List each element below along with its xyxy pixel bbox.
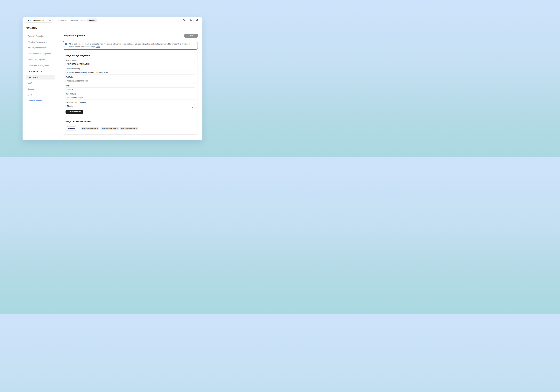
whitelist-tag: http://example.com — [120, 127, 139, 130]
bucket-name-label: Bucket Name — [66, 93, 195, 95]
secret-access-key-input[interactable] — [66, 70, 195, 74]
info-banner: When collecting feedback in Image format… — [63, 41, 198, 50]
main-nav: Dashboard Feedback Issue Settings — [57, 19, 97, 22]
chevron-up-icon — [29, 70, 30, 72]
bucket-name-field: Bucket Name — [66, 93, 195, 100]
panel-header: Image Management Save — [63, 34, 198, 38]
sidebar-channel-survey[interactable]: Survey — [26, 87, 55, 91]
whitelist-tag-label: http://example.com — [102, 128, 116, 129]
access-key-id-label: Access Key ID — [66, 59, 195, 61]
whitelist-button[interactable]: Whitelist — [66, 126, 77, 131]
whitelist-divider — [79, 125, 79, 131]
translate-icon — [190, 19, 192, 22]
user-icon — [196, 19, 198, 22]
nav-tab-dashboard[interactable]: Dashboard — [57, 19, 69, 22]
secret-access-key-label: Secret Access Key — [66, 68, 195, 70]
remove-tag-icon[interactable] — [136, 128, 137, 129]
region-label: Region — [66, 85, 195, 87]
sidebar-channel-app-review[interactable]: App Review — [26, 75, 55, 80]
navbar-actions — [183, 19, 199, 22]
project-selector[interactable]: ABC User Feedback — [26, 18, 52, 22]
end-point-field: End Point — [66, 76, 195, 83]
storage-section-title: Image Storage Integration — [66, 54, 195, 57]
test-connection-button[interactable]: Test Connection — [66, 110, 83, 114]
info-icon — [65, 43, 67, 48]
whitelist-tag: http://example.com — [81, 127, 100, 130]
remove-tag-icon[interactable] — [117, 128, 118, 129]
region-input[interactable] — [66, 87, 195, 91]
sidebar-channel-etc[interactable]: ETC — [26, 92, 55, 97]
whitelist-tag: http://example.com — [100, 127, 119, 130]
storage-integration-section: Image Storage Integration Access Key ID … — [63, 52, 198, 116]
presigned-url-download-label: Presigned URL Download — [66, 101, 195, 103]
nav-tab-issue[interactable]: Issue — [80, 19, 87, 22]
end-point-input[interactable] — [66, 79, 195, 83]
image-management-panel: Image Management Save When collecting fe… — [60, 31, 200, 138]
project-selector-value: ABC User Feedback — [28, 19, 44, 21]
top-navbar: ABC User Feedback Dashboard Feedback Iss… — [22, 17, 202, 24]
nav-tab-settings[interactable]: Settings — [87, 19, 97, 22]
sidebar-item-api-key-management[interactable]: API Key Management — [26, 45, 55, 50]
sidebar-item-webhook-integration[interactable]: Webhook Integration — [26, 57, 55, 62]
whitelist-section-title: Image URL Domain Whitelist — [66, 121, 195, 123]
access-key-id-input[interactable] — [66, 62, 195, 66]
sidebar-item-member-management[interactable]: Member Management — [26, 40, 55, 44]
whitelist-tag-label: http://example.com — [82, 128, 96, 129]
presigned-url-download-field: Presigned URL Download — [66, 101, 195, 108]
presigned-url-download-select[interactable] — [66, 104, 195, 108]
account-button[interactable] — [196, 19, 199, 22]
url-whitelist-section: Image URL Domain Whitelist Whitelist htt… — [63, 118, 198, 135]
app-window: ABC User Feedback Dashboard Feedback Iss… — [22, 17, 202, 141]
sidebar-channel-voc[interactable]: VOC — [26, 81, 55, 85]
nav-tab-feedback[interactable]: Feedback — [69, 19, 80, 22]
sidebar-item-project-information[interactable]: Project Information — [26, 34, 55, 38]
language-button[interactable] — [189, 19, 192, 22]
panel-title: Image Management — [63, 34, 85, 37]
chevron-down-icon — [49, 19, 51, 21]
bucket-name-input[interactable] — [66, 96, 195, 100]
sun-icon — [183, 19, 186, 22]
whitelist-row: Whitelist http://example.com http://exam… — [66, 125, 195, 131]
sidebar-item-generative-ai-integration[interactable]: Generative AI integration — [26, 63, 55, 68]
sidebar-create-channel-link[interactable]: Create a channel — [26, 98, 55, 103]
info-text: When collecting feedback in Image format… — [69, 42, 196, 48]
sidebar-channel-list-label: Channel List — [31, 70, 42, 72]
sidebar-channel-list-toggle[interactable]: Channel List — [26, 69, 55, 74]
remove-tag-icon[interactable] — [97, 128, 98, 129]
secret-access-key-field: Secret Access Key — [66, 68, 195, 74]
settings-sidebar: Project Information Member Management AP… — [26, 34, 55, 104]
access-key-id-field: Access Key ID — [66, 59, 195, 66]
theme-toggle-button[interactable] — [183, 19, 186, 22]
docs-link[interactable]: Docs — [96, 46, 100, 48]
save-button[interactable]: Save — [184, 34, 198, 38]
region-field: Region — [66, 85, 195, 91]
page-title: Settings — [26, 26, 37, 29]
whitelist-tag-label: http://example.com — [121, 128, 135, 129]
end-point-label: End Point — [66, 76, 195, 78]
sidebar-item-issue-tracker-management[interactable]: Issue Tracker Management — [26, 51, 55, 56]
